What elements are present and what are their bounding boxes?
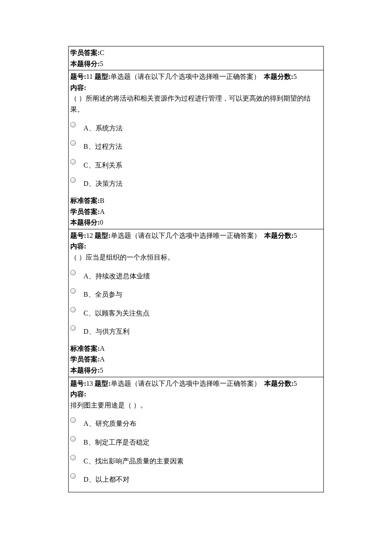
score-got-label: 本题得分: [70,60,100,67]
option-a[interactable]: A、系统方法 [70,121,322,134]
radio-icon[interactable] [70,270,76,275]
option-d[interactable]: D、与供方互利 [70,324,322,337]
option-list: A、系统方法 B、过程方法 C、互利关系 D、决策方法 [70,121,322,189]
question-12: 题号:12 题型:单选题（请在以下几个选项中选择唯一正确答案） 本题分数:5 内… [69,229,324,377]
student-ans-value: A [100,208,105,215]
option-text: A、系统方法 [84,121,123,134]
q-type-label: 题型: [95,380,110,387]
option-a[interactable]: A、持续改进总体业绩 [70,269,322,282]
question-13: 题号:13 题型:单选题（请在以下几个选项中选择唯一正确答案） 本题分数:5 内… [69,377,324,492]
radio-icon[interactable] [70,473,76,479]
option-b[interactable]: B、制定工序是否稳定 [70,435,322,448]
option-d[interactable]: D、以上都不对 [70,472,322,485]
option-a[interactable]: A、研究质量分布 [70,416,322,429]
option-text: C、找出影响产品质量的主要因素 [84,454,184,467]
option-text: B、制定工序是否稳定 [84,435,150,448]
q-type-value: 单选题（请在以下几个选项中选择唯一正确答案） [110,73,260,80]
student-ans-value: C [100,49,104,56]
student-ans-value: A [100,356,105,363]
q-type-value: 单选题（请在以下几个选项中选择唯一正确答案） [111,380,261,387]
option-text: A、持续改进总体业绩 [84,269,150,282]
option-text: D、以上都不对 [84,472,130,485]
q-no-value: 12 [86,232,93,239]
q-type-label: 题型: [95,73,110,80]
radio-icon[interactable] [70,325,76,331]
radio-icon[interactable] [70,159,76,165]
score-got-label: 本题得分: [70,219,100,226]
radio-icon[interactable] [70,455,76,460]
q-no-label: 题号: [70,73,86,80]
radio-icon[interactable] [70,288,76,294]
radio-icon[interactable] [70,417,76,423]
q-no-value: 13 [86,380,93,387]
q-score-label: 本题分数: [264,232,294,239]
q-no-label: 题号: [70,232,86,239]
std-ans-label: 标准答案: [70,197,100,204]
option-list: A、研究质量分布 B、制定工序是否稳定 C、找出影响产品质量的主要因素 D、以上… [70,416,322,485]
score-got-label: 本题得分: [70,367,100,374]
question-body: （ ）所阐述的将活动和相关资源作为过程进行管理，可以更高效的得到期望的结果。 [70,93,322,115]
student-ans-label: 学员答案: [70,208,100,215]
option-text: C、互利关系 [84,158,122,171]
q-no-label: 题号: [70,380,86,387]
score-got-value: 0 [100,219,103,226]
option-c[interactable]: C、互利关系 [70,158,322,171]
content-label: 内容: [70,241,322,252]
option-text: D、决策方法 [84,176,123,189]
q-type-label: 题型: [95,232,110,239]
radio-icon[interactable] [70,436,76,442]
option-c[interactable]: C、找出影响产品质量的主要因素 [70,454,322,467]
student-ans-label: 学员答案: [70,356,100,363]
radio-icon[interactable] [70,122,76,127]
score-got-value: 5 [100,60,103,67]
std-ans-value: A [100,345,105,352]
q-score-label: 本题分数: [264,380,294,387]
option-text: C、以顾客为关注焦点 [84,306,150,319]
q-score-value: 5 [294,232,297,239]
std-ans-value: B [100,197,104,204]
option-b[interactable]: B、全员参与 [70,287,322,300]
option-text: B、全员参与 [84,287,122,300]
radio-icon[interactable] [70,140,76,146]
option-b[interactable]: B、过程方法 [70,139,322,152]
student-ans-label: 学员答案: [70,49,100,56]
q-score-value: 5 [294,380,297,387]
option-list: A、持续改进总体业绩 B、全员参与 C、以顾客为关注焦点 D、与供方互利 [70,269,322,337]
q-score-value: 5 [293,73,297,80]
q-no-value: 11 [86,73,92,80]
option-text: A、研究质量分布 [84,416,136,429]
q-score-label: 本题分数: [264,73,293,80]
content-label: 内容: [70,82,322,93]
std-ans-label: 标准答案: [70,345,100,352]
content-label: 内容: [70,389,322,400]
option-c[interactable]: C、以顾客为关注焦点 [70,306,322,319]
question-11: 题号:11 题型:单选题（请在以下几个选项中选择唯一正确答案） 本题分数:5 内… [69,70,324,229]
question-body: （ ）应当是组织的一个永恒目标。 [70,252,322,263]
option-text: B、过程方法 [84,139,122,152]
question-body: 排列图主要用途是（ ）。 [70,400,322,411]
radio-icon[interactable] [70,307,76,312]
option-text: D、与供方互利 [84,324,130,337]
prev-answer-cell: 学员答案:C 本题得分:5 [69,46,324,70]
exam-table: 学员答案:C 本题得分:5 题号:11 题型:单选题（请在以下几个选项中选择唯一… [68,46,324,492]
score-got-value: 5 [100,367,103,374]
radio-icon[interactable] [70,177,76,183]
option-d[interactable]: D、决策方法 [70,176,322,189]
q-type-value: 单选题（请在以下几个选项中选择唯一正确答案） [111,232,261,239]
